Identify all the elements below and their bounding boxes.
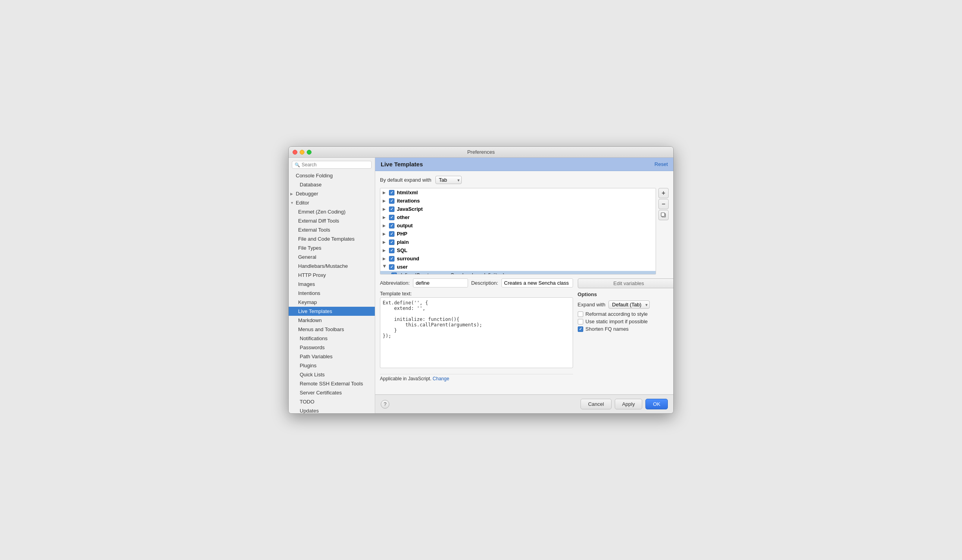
sidebar-item-server-certs[interactable]: Server Certificates <box>289 388 375 397</box>
footer-buttons: Cancel Apply OK <box>581 399 668 409</box>
static-import-option[interactable]: Use static import if possible <box>578 319 673 324</box>
maximize-button[interactable] <box>307 150 311 155</box>
group-checkbox-iterations[interactable] <box>389 198 394 204</box>
group-checkbox-user[interactable] <box>389 264 394 270</box>
group-checkbox-plain[interactable] <box>389 239 394 245</box>
shorten-fq-option[interactable]: Shorten FQ names <box>578 326 673 332</box>
cancel-button[interactable]: Cancel <box>581 399 611 409</box>
sidebar-item-label: External Tools <box>298 227 330 233</box>
group-checkbox-js[interactable] <box>389 206 394 212</box>
applicable-text: Applicable in JavaScript. <box>380 376 431 381</box>
sidebar-item-handlebars[interactable]: Handlebars/Mustache <box>289 262 375 271</box>
group-checkbox-other[interactable] <box>389 215 394 220</box>
abbreviation-input[interactable] <box>413 278 468 287</box>
group-checkbox-output[interactable] <box>389 223 394 228</box>
sidebar-item-images[interactable]: Images <box>289 280 375 289</box>
group-label: JavaScript <box>397 206 423 212</box>
sidebar-item-label: Database <box>300 182 322 188</box>
ok-button[interactable]: OK <box>645 399 668 409</box>
main-panel: Live Templates Reset By default expand w… <box>375 158 673 413</box>
sidebar-item-file-types[interactable]: File Types <box>289 243 375 252</box>
minimize-button[interactable] <box>300 150 304 155</box>
group-javascript[interactable]: ▶ JavaScript <box>380 205 656 213</box>
group-output[interactable]: ▶ output <box>380 221 656 230</box>
group-other[interactable]: ▶ other <box>380 213 656 221</box>
description-input[interactable] <box>501 278 573 287</box>
add-template-button[interactable]: + <box>658 188 669 198</box>
applicable-change-link[interactable]: Change <box>433 376 449 381</box>
templates-list: ▶ html/xml ▶ iterations ▶ <box>380 188 656 274</box>
sidebar-item-emmet[interactable]: Emmet (Zen Coding) <box>289 207 375 216</box>
reformat-checkbox[interactable] <box>578 311 583 317</box>
sidebar-item-keymap[interactable]: Keymap <box>289 298 375 307</box>
sidebar-item-updates[interactable]: Updates <box>289 406 375 413</box>
item-checkbox-define[interactable] <box>391 273 397 275</box>
group-arrow-icon: ▶ <box>383 216 387 219</box>
group-arrow-icon: ▶ <box>383 191 387 195</box>
group-plain[interactable]: ▶ plain <box>380 238 656 246</box>
edit-variables-button[interactable]: Edit variables <box>578 278 673 288</box>
group-checkbox-html-xml[interactable] <box>389 190 394 195</box>
sidebar-item-ext-diff[interactable]: External Diff Tools <box>289 216 375 225</box>
copy-template-button[interactable] <box>658 210 669 220</box>
search-wrap[interactable]: 🔍 <box>292 161 372 169</box>
group-checkbox-php[interactable] <box>389 231 394 237</box>
group-iterations[interactable]: ▶ iterations <box>380 197 656 205</box>
sidebar-item-label: Plugins <box>300 363 317 368</box>
template-text-input[interactable]: Ext.define('', { extend: '', initialize:… <box>380 297 573 368</box>
sidebar-item-database[interactable]: Database <box>289 180 375 189</box>
arrow-icon: ▶ <box>290 192 294 196</box>
left-details: Abbreviation: Description: Template text… <box>380 278 573 390</box>
right-options: Edit variables Options Expand with Defau… <box>578 278 673 390</box>
close-button[interactable] <box>293 150 297 155</box>
sidebar-item-label: General <box>298 254 316 260</box>
sidebar-item-passwords[interactable]: Passwords <box>289 343 375 352</box>
applicable-bar: Applicable in JavaScript. Change <box>380 374 573 383</box>
sidebar-item-label: HTTP Proxy <box>298 272 326 278</box>
sidebar-item-console-folding[interactable]: Console Folding <box>289 171 375 180</box>
static-import-label: Use static import if possible <box>586 319 648 324</box>
sidebar-item-ext-tools[interactable]: External Tools <box>289 225 375 234</box>
sidebar-item-remote-ssh[interactable]: Remote SSH External Tools <box>289 379 375 388</box>
apply-button[interactable]: Apply <box>615 399 643 409</box>
reset-button[interactable]: Reset <box>654 161 668 167</box>
sidebar-item-http-proxy[interactable]: HTTP Proxy <box>289 271 375 280</box>
group-user[interactable]: ▶ user <box>380 263 656 271</box>
expand-select-wrap[interactable]: Tab Enter Space <box>435 176 462 184</box>
options-expand-select[interactable]: Default (Tab) Tab Enter Space <box>608 300 650 309</box>
remove-template-button[interactable]: − <box>658 199 669 209</box>
sidebar-item-editor[interactable]: ▼ Editor <box>289 198 375 207</box>
sidebar-item-menus-toolbars[interactable]: Menus and Toolbars <box>289 325 375 334</box>
sidebar-item-quick-lists[interactable]: Quick Lists <box>289 370 375 379</box>
options-expand-select-wrap[interactable]: Default (Tab) Tab Enter Space <box>608 300 650 309</box>
sidebar-item-path-variables[interactable]: Path Variables <box>289 352 375 361</box>
group-sql[interactable]: ▶ SQL <box>380 246 656 254</box>
abbrev-label: Abbreviation: <box>380 280 410 286</box>
sidebar-item-live-templates[interactable]: Live Templates <box>289 307 375 316</box>
group-arrow-icon: ▶ <box>383 224 387 228</box>
help-button[interactable]: ? <box>381 400 389 409</box>
search-input[interactable] <box>302 162 369 168</box>
group-label: html/xml <box>397 190 418 195</box>
group-php[interactable]: ▶ PHP <box>380 230 656 238</box>
sidebar-item-todo[interactable]: TODO <box>289 397 375 406</box>
shorten-fq-checkbox[interactable] <box>578 326 583 332</box>
reformat-option[interactable]: Reformat according to style <box>578 311 673 317</box>
template-item-define[interactable]: define (Creates a new Sencha class defin… <box>380 271 656 274</box>
sidebar-item-intentions[interactable]: Intentions <box>289 289 375 298</box>
expand-select[interactable]: Tab Enter Space <box>435 176 462 184</box>
sidebar-item-debugger[interactable]: ▶ Debugger <box>289 189 375 198</box>
group-checkbox-sql[interactable] <box>389 248 394 253</box>
group-checkbox-surround[interactable] <box>389 256 394 262</box>
sidebar-item-plugins[interactable]: Plugins <box>289 361 375 370</box>
sidebar-item-general[interactable]: General <box>289 252 375 262</box>
static-import-checkbox[interactable] <box>578 319 583 324</box>
sidebar-item-markdown[interactable]: Markdown <box>289 316 375 325</box>
sidebar-item-label: Editor <box>296 200 309 206</box>
sidebar-item-file-code-templates[interactable]: File and Code Templates <box>289 234 375 243</box>
sidebar-item-notifications[interactable]: Notifications <box>289 334 375 343</box>
sidebar-item-label: TODO <box>300 399 314 405</box>
sidebar-list: Console Folding Database ▶ Debugger ▼ Ed… <box>289 171 375 413</box>
group-surround[interactable]: ▶ surround <box>380 254 656 263</box>
group-html-xml[interactable]: ▶ html/xml <box>380 188 656 197</box>
